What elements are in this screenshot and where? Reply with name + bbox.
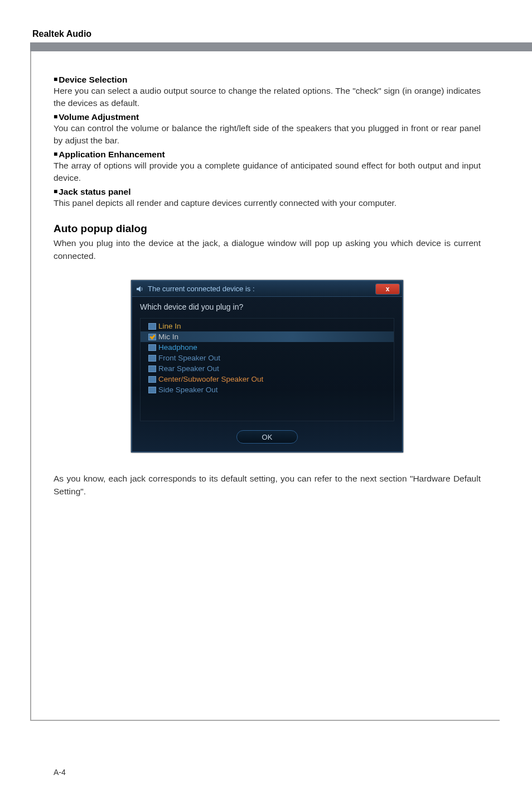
ok-button-label: OK	[262, 433, 273, 441]
dialog-titlebar: The current connected device is : x	[132, 281, 402, 297]
body-jack-status: This panel depicts all render and captur…	[54, 197, 481, 209]
device-option-side-speaker[interactable]: Side Speaker Out	[141, 384, 394, 395]
body-volume-adjustment: You can control the volume or balance th…	[54, 122, 481, 147]
page-header-title: Realtek Audio	[32, 29, 500, 39]
device-label: Side Speaker Out	[158, 386, 218, 394]
device-option-front-speaker[interactable]: Front Speaker Out	[141, 353, 394, 363]
device-option-headphone[interactable]: Headphone	[141, 342, 394, 353]
checkbox-icon	[148, 376, 156, 383]
device-list: Line In Mic In Headphone Front Spea	[140, 318, 394, 421]
heading-application-enhancement: ■Application Enhancement	[54, 150, 481, 160]
body-device-selection: Here you can select a audio output sourc…	[54, 85, 481, 110]
device-label: Front Speaker Out	[158, 354, 220, 362]
body-application-enhancement: The array of options will provide you a …	[54, 160, 481, 185]
device-label: Mic In	[158, 333, 178, 341]
outro-auto-popup: As you know, each jack corresponds to it…	[54, 473, 481, 498]
heading-application-enhancement-text: Application Enhancement	[59, 150, 165, 159]
device-option-micin[interactable]: Mic In	[141, 331, 394, 342]
heading-volume-adjustment: ■Volume Adjustment	[54, 112, 481, 122]
dialog-body: Which device did you plug in? Line In Mi…	[132, 297, 402, 451]
device-label: Center/Subwoofer Speaker Out	[158, 375, 263, 383]
device-label: Line In	[158, 322, 181, 330]
device-option-center-subwoofer[interactable]: Center/Subwoofer Speaker Out	[141, 374, 394, 384]
dialog-prompt: Which device did you plug in?	[140, 302, 394, 311]
ok-button[interactable]: OK	[236, 430, 298, 444]
speaker-icon	[136, 285, 144, 293]
checkbox-checked-icon	[148, 334, 156, 340]
heading-volume-adjustment-text: Volume Adjustment	[59, 112, 139, 122]
device-option-linein[interactable]: Line In	[141, 321, 394, 331]
heading-jack-status: ■Jack status panel	[54, 187, 481, 197]
heading-jack-status-text: Jack status panel	[59, 187, 130, 196]
device-option-rear-speaker[interactable]: Rear Speaker Out	[141, 363, 394, 374]
header-divider-bar	[30, 42, 532, 51]
page-number: A-4	[54, 768, 66, 777]
checkbox-icon	[148, 344, 156, 351]
heading-auto-popup: Auto popup dialog	[54, 223, 481, 235]
checkbox-icon	[148, 365, 156, 372]
checkbox-icon	[148, 323, 156, 330]
device-label: Headphone	[158, 343, 197, 352]
heading-device-selection: ■Device Selection	[54, 75, 481, 85]
close-icon: x	[386, 285, 390, 293]
intro-auto-popup: When you plug into the device at the jac…	[54, 237, 481, 262]
device-label: Rear Speaker Out	[158, 364, 219, 373]
dialog-title-text: The current connected device is :	[148, 285, 375, 293]
content-area: ■Device Selection Here you can select a …	[30, 51, 500, 721]
device-dialog: The current connected device is : x Whic…	[131, 280, 403, 453]
heading-device-selection-text: Device Selection	[59, 75, 127, 84]
checkbox-icon	[148, 387, 156, 393]
close-button[interactable]: x	[375, 283, 400, 295]
checkbox-icon	[148, 355, 156, 362]
